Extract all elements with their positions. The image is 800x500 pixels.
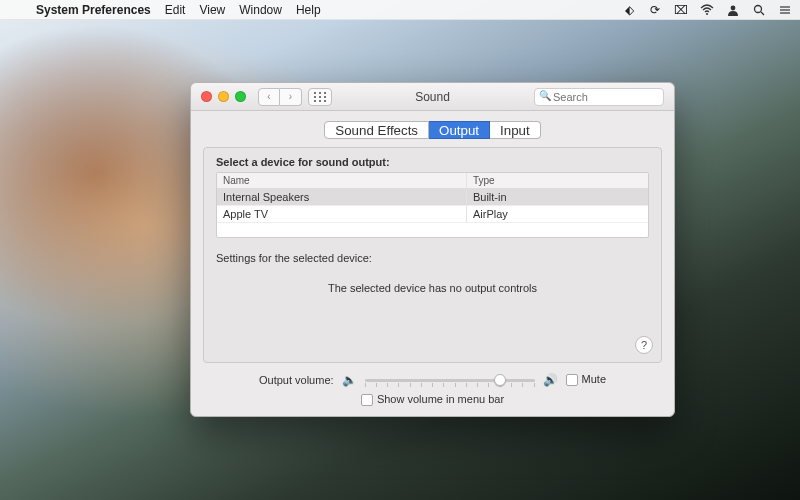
sound-prefs-window: ‹ › Sound 🔍 Sound Effects Output Input S… xyxy=(190,82,675,417)
zoom-button[interactable] xyxy=(235,91,246,102)
forward-button[interactable]: › xyxy=(280,88,302,106)
settings-label: Settings for the selected device: xyxy=(216,252,649,264)
no-output-controls-message: The selected device has no output contro… xyxy=(216,282,649,294)
device-name: Internal Speakers xyxy=(217,189,467,205)
titlebar[interactable]: ‹ › Sound 🔍 xyxy=(191,83,674,111)
device-row-internal-speakers[interactable]: Internal Speakers Built-in xyxy=(217,189,648,206)
device-type: AirPlay xyxy=(467,206,648,222)
output-volume-slider[interactable] xyxy=(365,373,535,387)
show-volume-menubar-checkbox[interactable]: Show volume in menu bar xyxy=(361,393,504,406)
mute-checkbox[interactable]: Mute xyxy=(566,373,606,386)
help-button[interactable]: ? xyxy=(635,336,653,354)
wifi-icon[interactable] xyxy=(700,3,714,17)
device-row-apple-tv[interactable]: Apple TV AirPlay xyxy=(217,206,648,223)
search-input[interactable] xyxy=(534,88,664,106)
svg-rect-11 xyxy=(319,96,321,98)
close-button[interactable] xyxy=(201,91,212,102)
svg-line-3 xyxy=(761,12,764,15)
show-volume-menubar-label: Show volume in menu bar xyxy=(377,393,504,405)
svg-rect-12 xyxy=(324,96,326,98)
spotlight-icon[interactable] xyxy=(752,3,766,17)
device-name: Apple TV xyxy=(217,206,467,222)
mute-label: Mute xyxy=(582,373,606,385)
volume-min-icon: 🔈 xyxy=(342,373,357,387)
menu-edit[interactable]: Edit xyxy=(165,3,186,17)
minimize-button[interactable] xyxy=(218,91,229,102)
svg-rect-8 xyxy=(319,92,321,94)
user-icon[interactable] xyxy=(726,3,740,17)
tab-input[interactable]: Input xyxy=(490,121,541,139)
column-name[interactable]: Name xyxy=(217,173,467,188)
menu-view[interactable]: View xyxy=(199,3,225,17)
svg-point-2 xyxy=(755,5,762,12)
svg-rect-10 xyxy=(314,96,316,98)
sync-icon[interactable]: ⟳ xyxy=(648,3,662,17)
svg-rect-15 xyxy=(324,100,326,102)
notification-center-icon[interactable] xyxy=(778,3,792,17)
device-type: Built-in xyxy=(467,189,648,205)
svg-point-1 xyxy=(731,5,736,10)
tab-sound-effects[interactable]: Sound Effects xyxy=(324,121,429,139)
display-icon[interactable]: ⌧ xyxy=(674,3,688,17)
output-volume-label: Output volume: xyxy=(259,374,334,386)
show-all-button[interactable] xyxy=(308,88,332,106)
svg-point-0 xyxy=(706,13,708,15)
menu-bar: System Preferences Edit View Window Help… xyxy=(0,0,800,20)
apple-menu-icon[interactable] xyxy=(8,3,22,17)
menu-window[interactable]: Window xyxy=(239,3,282,17)
svg-rect-7 xyxy=(314,92,316,94)
dropbox-icon[interactable]: ⬖ xyxy=(622,3,636,17)
column-type[interactable]: Type xyxy=(467,173,648,188)
output-panel: Select a device for sound output: Name T… xyxy=(203,147,662,363)
device-table: Name Type Internal Speakers Built-in App… xyxy=(216,172,649,238)
svg-rect-14 xyxy=(319,100,321,102)
tab-bar: Sound Effects Output Input xyxy=(191,121,674,139)
menu-help[interactable]: Help xyxy=(296,3,321,17)
volume-max-icon: 🔊 xyxy=(543,373,558,387)
back-button[interactable]: ‹ xyxy=(258,88,280,106)
footer: Output volume: 🔈 🔊 Mute Show volume in m… xyxy=(191,373,674,416)
app-menu[interactable]: System Preferences xyxy=(36,3,151,17)
svg-rect-13 xyxy=(314,100,316,102)
tab-output[interactable]: Output xyxy=(429,121,490,139)
svg-rect-9 xyxy=(324,92,326,94)
select-device-heading: Select a device for sound output: xyxy=(216,156,649,168)
